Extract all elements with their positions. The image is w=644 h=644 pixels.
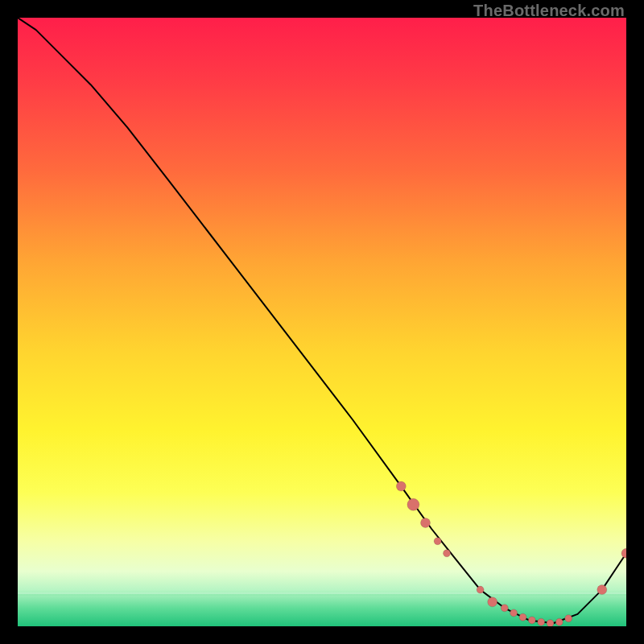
curve-layer xyxy=(18,18,626,626)
marker-dot xyxy=(528,617,535,624)
marker-dot xyxy=(555,618,563,625)
marker-dot xyxy=(547,620,554,626)
bottleneck-curve xyxy=(18,18,626,623)
marker-dot xyxy=(477,586,484,593)
marker-dot xyxy=(434,538,441,545)
marker-dot xyxy=(510,609,518,617)
marker-dot xyxy=(396,481,406,491)
marker-dot xyxy=(621,548,626,558)
marker-dot xyxy=(565,615,572,622)
chart-frame: TheBottleneck.com xyxy=(0,0,644,644)
marker-dot xyxy=(444,550,451,557)
marker-dot xyxy=(538,618,545,625)
marker-dot xyxy=(597,585,607,595)
marker-dot xyxy=(407,498,419,510)
marker-dot xyxy=(501,605,508,612)
marker-dot xyxy=(488,597,497,607)
marker-dot xyxy=(519,613,526,621)
marker-dot xyxy=(421,518,431,528)
plot-area xyxy=(18,18,626,626)
marker-dots xyxy=(396,481,626,626)
